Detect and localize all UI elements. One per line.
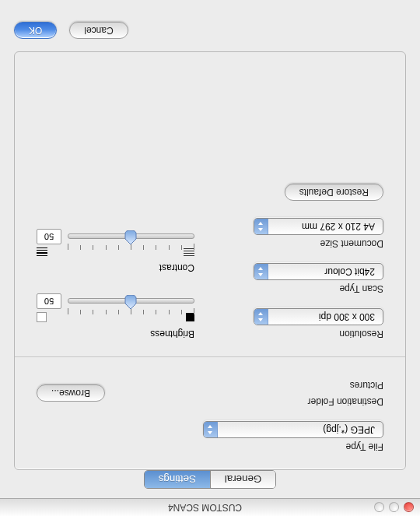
tab-segmented: General Settings bbox=[144, 470, 277, 489]
document-size-label: Document Size bbox=[226, 238, 383, 249]
scan-type-popup[interactable]: 24bit Colour bbox=[254, 263, 383, 280]
divider bbox=[15, 356, 405, 357]
window-title: CUSTOM SCAN4 bbox=[6, 502, 404, 513]
restore-defaults-button[interactable]: Restore Defaults bbox=[285, 184, 383, 201]
contrast-block: Contrast 50 bbox=[37, 229, 194, 273]
destination-folder-label: Destination Folder bbox=[261, 396, 383, 407]
close-icon[interactable] bbox=[404, 503, 414, 513]
settings-panel: File Type JPEG (*.jpg) Destination Folde… bbox=[14, 51, 406, 470]
dialog-footer: Cancel OK bbox=[0, 12, 420, 51]
chevron-updown-icon bbox=[204, 422, 218, 437]
right-column: Brightness 50 bbox=[37, 170, 194, 339]
ok-button[interactable]: OK bbox=[14, 22, 57, 39]
brightness-block: Brightness 50 bbox=[37, 293, 194, 339]
file-type-label: File Type bbox=[37, 441, 383, 452]
file-type-value: JPEG (*.jpg) bbox=[218, 424, 383, 435]
file-type-popup[interactable]: JPEG (*.jpg) bbox=[203, 421, 383, 438]
document-size-popup[interactable]: A4 210 x 297 mm bbox=[254, 218, 383, 235]
contrast-slider[interactable] bbox=[68, 229, 194, 244]
chevron-updown-icon bbox=[254, 264, 268, 279]
scan-type-value: 24bit Colour bbox=[268, 266, 383, 277]
brightness-label: Brightness bbox=[37, 328, 194, 339]
resolution-value: 300 x 300 dpi bbox=[268, 311, 383, 322]
resolution-popup[interactable]: 300 x 300 dpi bbox=[254, 308, 383, 325]
document-size-value: A4 210 x 297 mm bbox=[268, 221, 383, 232]
chevron-updown-icon bbox=[254, 309, 268, 325]
brightness-slider[interactable] bbox=[68, 293, 194, 309]
tab-general[interactable]: General bbox=[210, 471, 275, 488]
brightness-light-icon bbox=[37, 312, 47, 322]
destination-folder-value: Pictures bbox=[350, 380, 383, 391]
tab-settings[interactable]: Settings bbox=[145, 471, 210, 488]
browse-button[interactable]: Browse... bbox=[37, 384, 105, 402]
tab-bar: General Settings bbox=[0, 470, 420, 493]
resolution-label: Resolution bbox=[226, 328, 383, 339]
contrast-label: Contrast bbox=[37, 262, 194, 273]
window: CUSTOM SCAN4 General Settings File Type … bbox=[0, 0, 420, 516]
scan-type-label: Scan Type bbox=[226, 283, 383, 294]
brightness-value[interactable]: 50 bbox=[37, 293, 61, 309]
left-column: Resolution 300 x 300 dpi Scan Type 24bit… bbox=[226, 170, 383, 339]
titlebar: CUSTOM SCAN4 bbox=[0, 498, 420, 516]
contrast-high-icon bbox=[37, 247, 47, 256]
cancel-button[interactable]: Cancel bbox=[69, 22, 128, 39]
chevron-updown-icon bbox=[254, 219, 268, 234]
contrast-value[interactable]: 50 bbox=[37, 229, 61, 244]
